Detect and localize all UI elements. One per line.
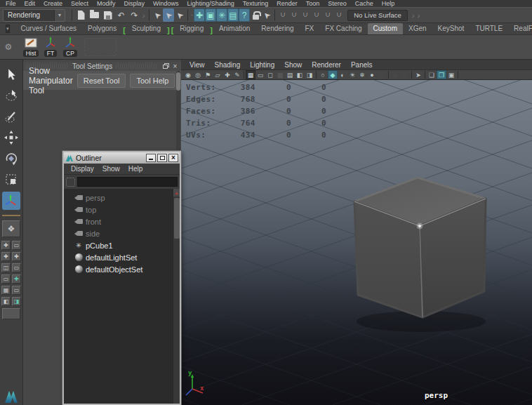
vp-menu-lighting[interactable]: Lighting <box>245 61 279 69</box>
menu-help[interactable]: Help <box>378 0 399 7</box>
outliner-pane-icon[interactable]: ▣ <box>446 70 456 79</box>
persp-graph-layout-button[interactable]: ✚ <box>12 274 21 284</box>
outliner-search-input[interactable] <box>77 177 178 187</box>
quad-alt-layout-button[interactable]: ✚ <box>12 252 21 261</box>
select-object-button[interactable]: ➤ <box>163 8 174 22</box>
scrollbar-thumb[interactable] <box>174 198 180 239</box>
scale-tool-button[interactable] <box>2 171 20 189</box>
menu-cache[interactable]: Cache <box>351 0 378 7</box>
scrollbar-thumb[interactable] <box>176 72 180 91</box>
redo-button[interactable]: ↷ <box>128 8 141 22</box>
hypergraph-layout-button[interactable]: ◨ <box>12 297 21 306</box>
new-scene-button[interactable] <box>74 8 88 22</box>
tab-fx-caching[interactable]: FX Caching <box>319 23 367 34</box>
close-button[interactable]: × <box>168 154 178 162</box>
menu-modify[interactable]: Modify <box>93 0 120 7</box>
dropdown-arrow-icon[interactable]: ▼ <box>54 10 65 21</box>
menu-stereo[interactable]: Stereo <box>324 0 351 7</box>
shaded-display-icon[interactable]: ◆ <box>328 70 338 79</box>
use-all-lights-icon[interactable]: ☀ <box>347 70 357 79</box>
snap-point-toggle[interactable]: ✳ <box>216 8 227 22</box>
exposure-icon[interactable]: ◌ <box>400 70 410 79</box>
safe-action-icon[interactable]: ◧ <box>295 70 305 79</box>
outliner-item-persp[interactable]: persp <box>64 192 180 204</box>
shelf-options-button[interactable]: ⚙ <box>1 36 15 58</box>
outliner-item-pcube1[interactable]: ✳ pCube1 <box>64 239 180 251</box>
outliner-item-front[interactable]: front <box>64 215 180 227</box>
paint-select-tool-button[interactable] <box>2 107 20 126</box>
grid-toggle-icon[interactable]: ▦ <box>246 70 255 79</box>
select-component-button[interactable]: ➤ <box>174 8 185 22</box>
pcube1-mesh[interactable] <box>354 178 486 317</box>
lasso-tool-button[interactable] <box>2 86 20 105</box>
xray-icon[interactable]: ◌ <box>390 70 400 79</box>
filter-icon[interactable] <box>66 178 75 187</box>
safe-title-icon[interactable]: ◨ <box>305 70 314 79</box>
outliner-menu-display[interactable]: Display <box>67 165 98 173</box>
isolate-select-icon[interactable]: ➤ <box>413 70 423 79</box>
tab-rigging[interactable]: Rigging <box>174 23 209 34</box>
custom-layout-button[interactable] <box>2 308 20 319</box>
motion-blur-icon[interactable]: ◌ <box>377 70 387 79</box>
split-pane-icon[interactable]: ❐ <box>437 70 446 79</box>
outliner-item-defaultobjectset[interactable]: defaultObjectSet <box>64 263 180 275</box>
undo-button[interactable]: ↶ <box>114 8 128 22</box>
menu-edit[interactable]: Edit <box>20 0 40 7</box>
menu-create[interactable]: Create <box>39 0 67 7</box>
menu-toon[interactable]: Toon <box>302 0 324 7</box>
grease-pencil-icon[interactable]: ✎ <box>232 70 242 79</box>
make-live-button[interactable]: ∩ <box>333 8 345 22</box>
vp-menu-panels[interactable]: Panels <box>346 61 378 69</box>
resolution-gate-icon[interactable]: ◻ <box>265 70 275 79</box>
tab-polygons[interactable]: Polygons <box>82 23 122 34</box>
snap-marquee-toggle[interactable]: ▣ <box>205 8 216 22</box>
bookmark-icon[interactable]: ⚑ <box>203 70 213 79</box>
outliner-item-defaultlightset[interactable]: defaultLightSet <box>64 251 180 263</box>
tab-keyshot[interactable]: KeyShot <box>432 23 470 34</box>
snap-center-magnet-button[interactable]: ∩ <box>311 8 322 22</box>
menu-set-dropdown[interactable]: Rendering ▼ <box>3 9 65 22</box>
maximize-button[interactable] <box>157 154 167 162</box>
camera-attributes-icon[interactable]: ◎ <box>193 70 203 79</box>
select-hierarchy-button[interactable]: ➤ <box>152 8 163 22</box>
ambient-occlusion-icon[interactable]: ● <box>367 70 377 79</box>
vp-menu-view[interactable]: View <box>185 61 210 69</box>
shadows-icon[interactable]: ❄ <box>357 70 367 79</box>
toolbar-collapse-icon[interactable]: › <box>141 11 147 20</box>
menu-select[interactable]: Select <box>67 0 93 7</box>
split-left-layout-button[interactable]: ◫ <box>1 263 11 272</box>
menu-display[interactable]: Display <box>120 0 149 7</box>
rotate-tool-button[interactable] <box>2 150 20 168</box>
wireframe-icon[interactable]: ○ <box>318 70 328 79</box>
pane-right-layout-button[interactable]: ▭ <box>12 286 21 295</box>
shelf-item-hist[interactable]: Hist <box>21 36 41 57</box>
viewport-canvas[interactable]: y x Verts: 384 0 0 Edges: 7 <box>181 80 532 405</box>
tab-turtle[interactable]: TURTLE <box>470 23 508 34</box>
menu-file[interactable]: File <box>1 0 20 7</box>
single-pane-icon[interactable]: ❏ <box>427 70 437 79</box>
snap-grid-toggle[interactable]: ✚ <box>194 8 205 22</box>
select-tool-button[interactable] <box>2 65 20 84</box>
menu-lighting-shading[interactable]: Lighting/Shading <box>183 0 239 7</box>
menu-windows[interactable]: Windows <box>149 0 183 7</box>
vp-menu-shading[interactable]: Shading <box>210 61 246 69</box>
snap-point-magnet-button[interactable]: ∩ <box>300 8 311 22</box>
toolbar-collapse-icon[interactable]: › <box>411 11 416 20</box>
four-pane-layout-button[interactable]: ✚ <box>1 241 11 250</box>
field-chart-icon[interactable]: ▤ <box>285 70 295 79</box>
snap-plane-toggle[interactable]: ▤ <box>227 8 239 22</box>
shelf-tab-menu-button[interactable]: ▾ <box>6 25 10 33</box>
wide-pane-layout-button[interactable]: ▭ <box>12 241 21 250</box>
reset-tool-button[interactable]: Reset Tool <box>77 74 126 88</box>
tab-realflow[interactable]: RealFlow <box>508 23 532 34</box>
quad-layout-button[interactable]: ✚ <box>1 252 11 261</box>
outliner-item-top[interactable]: top <box>64 204 180 215</box>
live-surface-field[interactable]: No Live Surface <box>347 10 408 21</box>
vp-menu-show[interactable]: Show <box>279 61 307 69</box>
save-scene-button[interactable] <box>101 8 114 22</box>
select-camera-icon[interactable]: ◉ <box>183 70 193 79</box>
tab-curves-surfaces[interactable]: Curves / Surfaces <box>15 23 82 34</box>
snap-grid-magnet-button[interactable]: ∩ <box>277 8 288 22</box>
close-panel-button[interactable]: × <box>171 63 179 70</box>
single-pane-layout-button[interactable]: ❖ <box>2 220 20 237</box>
